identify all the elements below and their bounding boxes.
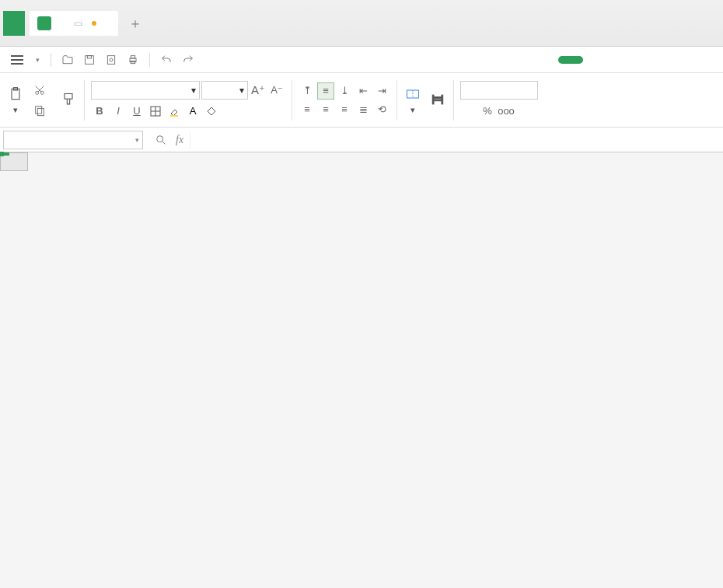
hamburger-icon[interactable] [8, 52, 26, 68]
svg-rect-17 [170, 115, 178, 117]
svg-rect-21 [434, 100, 442, 101]
title-bar: ▭ ＋ [0, 0, 723, 47]
font-color-button[interactable]: A [184, 103, 201, 120]
cut-button[interactable] [31, 82, 53, 99]
format-painter-button[interactable] [59, 90, 78, 110]
copy-icon [31, 102, 48, 119]
svg-rect-1 [87, 55, 91, 58]
formula-input[interactable] [190, 131, 723, 149]
svg-rect-2 [107, 55, 114, 64]
svg-rect-20 [434, 96, 442, 98]
svg-rect-5 [131, 55, 134, 58]
svg-rect-23 [442, 95, 443, 104]
svg-rect-0 [86, 55, 94, 64]
spreadsheet-icon [37, 16, 51, 30]
tab-data[interactable] [667, 55, 689, 65]
tab-review[interactable] [693, 55, 715, 65]
alignment-group: ⤒ ≡ ⤓ ⇤ ⇥ ≡ ≡ ≡ ≣ ⟲ [299, 82, 390, 118]
tab-start[interactable] [558, 56, 583, 64]
unsaved-dot-icon [92, 21, 96, 26]
cell-style-button[interactable] [203, 103, 220, 120]
fill-color-button[interactable] [166, 103, 183, 120]
indent-decrease-icon[interactable]: ⇤ [355, 82, 372, 100]
select-all-corner[interactable] [0, 152, 28, 171]
fx-search-icon[interactable] [152, 131, 169, 149]
decrease-font-icon[interactable]: A⁻ [268, 82, 285, 99]
tab-insert[interactable] [588, 55, 609, 65]
present-icon[interactable]: ▭ [74, 18, 82, 29]
document-tab[interactable]: ▭ [30, 11, 118, 36]
app-badge [3, 11, 25, 36]
align-right-icon[interactable]: ≡ [336, 101, 353, 118]
align-bottom-icon[interactable]: ⤓ [336, 82, 353, 100]
bold-button[interactable]: B [91, 103, 108, 120]
comma-button[interactable]: ooo [498, 103, 515, 120]
wrap-button[interactable] [428, 90, 447, 110]
print-icon[interactable] [124, 51, 141, 68]
border-button[interactable] [147, 103, 164, 120]
merge-icon [403, 85, 422, 103]
currency-button[interactable] [460, 103, 477, 120]
scissors-icon [31, 82, 48, 99]
merge-button[interactable]: ▾ [403, 85, 422, 115]
fx-label[interactable]: fx [176, 134, 183, 146]
font-size-select[interactable]: ▾ [201, 81, 248, 100]
svg-rect-13 [65, 93, 72, 99]
number-format-select[interactable] [460, 81, 538, 100]
tab-layout[interactable] [614, 55, 636, 65]
print-preview-icon[interactable] [103, 51, 120, 68]
open-icon[interactable] [59, 51, 76, 68]
align-justify-icon[interactable]: ≣ [355, 101, 372, 118]
formula-bar: ▾ fx [0, 128, 723, 152]
orientation-icon[interactable]: ⟲ [373, 101, 390, 118]
underline-button[interactable]: U [128, 103, 145, 120]
wrap-icon [428, 90, 447, 109]
align-top-icon[interactable]: ⤒ [299, 82, 316, 100]
align-middle-icon[interactable]: ≡ [317, 82, 334, 100]
svg-rect-11 [36, 106, 42, 113]
align-left-icon[interactable]: ≡ [299, 101, 316, 118]
paste-icon [6, 85, 25, 103]
save-icon[interactable] [81, 51, 98, 68]
indent-increase-icon[interactable]: ⇥ [373, 82, 390, 100]
align-center-icon[interactable]: ≡ [317, 101, 334, 118]
copy-button[interactable] [31, 102, 53, 119]
menu-bar: ▾ [0, 47, 723, 73]
paste-group[interactable]: ▾ [6, 85, 25, 115]
italic-button[interactable]: I [110, 103, 127, 120]
undo-icon[interactable] [158, 51, 175, 68]
svg-point-24 [157, 135, 163, 142]
ribbon: ▾ ▾ ▾ A⁺ A⁻ B I U A ⤒ ≡ ⤓ ⇤ ⇥ ≡ ≡ [0, 73, 723, 128]
brush-icon [59, 90, 78, 109]
svg-rect-22 [432, 95, 434, 104]
redo-icon[interactable] [180, 51, 197, 68]
svg-rect-12 [37, 108, 44, 115]
new-tab-button[interactable]: ＋ [123, 11, 148, 36]
increase-font-icon[interactable]: A⁺ [250, 82, 267, 99]
font-select[interactable]: ▾ [91, 81, 200, 100]
svg-line-25 [162, 142, 165, 144]
percent-button[interactable]: % [479, 103, 496, 120]
tab-formula[interactable] [641, 55, 662, 65]
svg-point-3 [110, 58, 113, 61]
name-box[interactable]: ▾ [3, 131, 143, 149]
file-menu[interactable]: ▾ [31, 54, 43, 65]
